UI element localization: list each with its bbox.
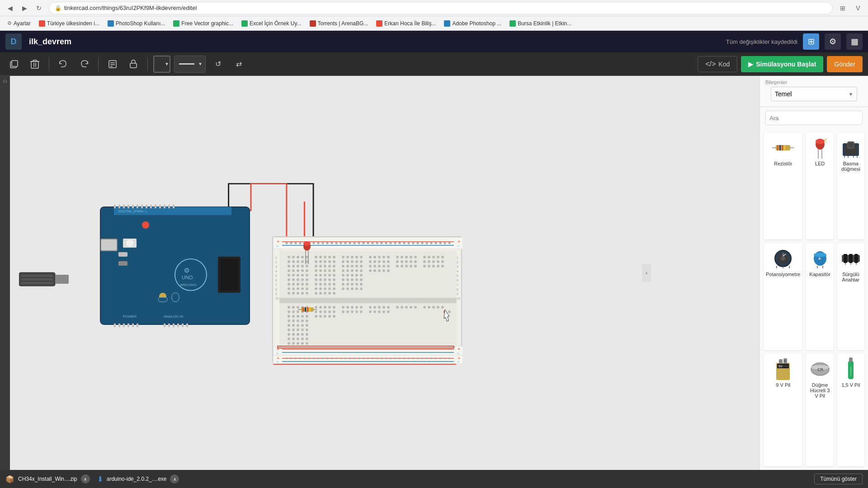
toolbar: ▼ ▼ ↺ ⇄ </> Kod ▶ Simülasyonu Başlat Gön… xyxy=(0,52,868,76)
reload-button[interactable]: ↻ xyxy=(33,2,45,14)
svg-point-396 xyxy=(306,329,308,331)
search-input[interactable] xyxy=(765,111,863,125)
svg-point-195 xyxy=(424,261,426,263)
code-view-btn[interactable]: ▦ xyxy=(846,33,863,50)
color-picker-button[interactable]: ▼ xyxy=(153,56,170,73)
svg-point-99 xyxy=(408,242,410,244)
forward-button[interactable]: ▶ xyxy=(18,2,31,14)
component-kapasitor[interactable]: + Kapasitör xyxy=(806,243,833,350)
svg-point-318 xyxy=(356,288,358,290)
component-9v-pil[interactable]: 9V - + 9 V Pil xyxy=(764,354,802,466)
extensions-button[interactable]: ⊞ xyxy=(836,2,849,14)
svg-point-443 xyxy=(304,357,306,359)
delete-button[interactable] xyxy=(26,56,43,73)
bookmark-erkan-hoca[interactable]: Erkan Hoca İle Biliş... xyxy=(373,19,439,28)
bookmark-label: Torrents | ArenaBG... xyxy=(318,20,368,27)
svg-point-260 xyxy=(288,292,290,295)
component-dugme-hucreli[interactable]: CR Düğme Hücreli 3 V Pil xyxy=(806,354,833,466)
svg-point-314 xyxy=(360,283,363,286)
svg-point-187 xyxy=(378,261,381,263)
svg-point-100 xyxy=(412,242,415,244)
settings-view-btn[interactable]: ⚙ xyxy=(825,33,841,50)
svg-point-365 xyxy=(356,311,358,313)
play-icon: ▶ xyxy=(748,61,753,68)
copy-button[interactable] xyxy=(5,56,23,73)
ch34x-expand[interactable]: ∧ xyxy=(81,474,90,483)
svg-point-205 xyxy=(315,265,317,267)
back-button[interactable]: ◀ xyxy=(4,2,16,14)
svg-point-303 xyxy=(356,274,358,277)
save-status: Tüm değişiklikler kaydedildi xyxy=(726,38,797,45)
tumunu-goster-button[interactable]: Tümünü göster xyxy=(814,474,863,484)
flip-button[interactable]: ⇄ xyxy=(230,56,247,73)
rezistor-icon-area xyxy=(772,136,794,159)
bookmark-ayarlar[interactable]: ⚙ Ayarlar xyxy=(4,19,34,28)
canvas-area[interactable]: DIGITAL (PWM~) ⊙ UNO ARDUINO xyxy=(10,76,760,470)
bookmark-excel[interactable]: Excel İçin Örnek Uy... xyxy=(238,19,305,28)
svg-point-268 xyxy=(329,292,331,295)
bookmark-torrents[interactable]: Torrents | ArenaBG... xyxy=(306,19,372,28)
svg-point-300 xyxy=(342,274,344,277)
adobe-icon xyxy=(444,20,450,27)
svg-text:-: - xyxy=(277,351,278,356)
redo-button[interactable] xyxy=(75,56,93,73)
gonder-button[interactable]: Gönder xyxy=(827,56,863,72)
profile-button[interactable]: V xyxy=(852,2,864,14)
sim-button[interactable]: ▶ Simülasyonu Başlat xyxy=(741,56,823,72)
note-button[interactable] xyxy=(104,56,121,73)
undo-button[interactable] xyxy=(55,56,72,73)
component-rezistor[interactable]: Rezistör xyxy=(764,132,802,239)
svg-point-80 xyxy=(322,242,324,244)
svg-point-271 xyxy=(347,265,349,267)
svg-point-341 xyxy=(387,306,390,309)
svg-point-202 xyxy=(297,265,299,267)
category-label: Bileşenler xyxy=(765,80,863,85)
component-view-btn[interactable]: ⊞ xyxy=(803,33,819,50)
dugme-icon-area: CR xyxy=(809,358,831,380)
lock-button[interactable] xyxy=(125,56,142,73)
breadboard[interactable]: + - + - xyxy=(272,236,462,363)
svg-point-186 xyxy=(374,261,376,263)
svg-point-233 xyxy=(302,279,304,281)
svg-point-373 xyxy=(292,315,295,318)
svg-point-214 xyxy=(306,270,308,272)
component-basma-dugmesi[interactable]: Basma düğmesi xyxy=(837,132,864,239)
svg-rect-483 xyxy=(784,145,785,150)
arduino-board[interactable]: DIGITAL (PWM~) ⊙ UNO ARDUINO xyxy=(91,202,254,329)
component-surgulu-anahtar[interactable]: Sürgülü Anahtar xyxy=(837,243,864,350)
bookmarks-bar: ⚙ Ayarlar Türkiye ülkesinden i... PhotoS… xyxy=(0,16,868,31)
svg-rect-61 xyxy=(118,261,127,266)
kod-button[interactable]: </> Kod xyxy=(698,56,737,72)
svg-text:3: 3 xyxy=(457,265,458,268)
svg-point-274 xyxy=(360,265,363,267)
svg-point-245 xyxy=(315,283,317,286)
address-bar[interactable]: 🔒 tinkercad.com/things/63ruI2PKf9M-ilkde… xyxy=(49,2,833,14)
svg-point-221 xyxy=(292,274,295,277)
svg-point-179 xyxy=(333,261,335,263)
svg-point-256 xyxy=(320,288,322,290)
svg-point-408 xyxy=(292,343,295,345)
bookmark-turkiye[interactable]: Türkiye ülkesinden i... xyxy=(35,19,103,28)
category-select[interactable]: Temel ▼ xyxy=(771,87,857,101)
component-1-5v-pil[interactable]: 1,5 V Pil xyxy=(837,354,864,466)
svg-point-393 xyxy=(292,329,295,331)
svg-point-167 xyxy=(433,256,435,258)
svg-line-490 xyxy=(825,139,826,141)
svg-point-81 xyxy=(326,242,329,244)
arduino-expand[interactable]: ∧ xyxy=(170,474,179,483)
svg-rect-421 xyxy=(307,307,308,312)
svg-point-336 xyxy=(360,306,363,309)
svg-point-191 xyxy=(401,261,403,263)
component-potansiyometre[interactable]: Potansiyometre xyxy=(764,243,802,350)
panel-collapse-arrow[interactable]: › xyxy=(642,264,651,282)
svg-rect-36 xyxy=(168,205,170,208)
svg-point-287 xyxy=(433,265,435,267)
component-led[interactable]: LED xyxy=(806,132,833,239)
line-style-button[interactable]: ▼ xyxy=(174,56,206,73)
bookmark-adobe[interactable]: Adobe Photoshop ... xyxy=(440,19,505,28)
bookmark-free-vector[interactable]: Free Vector graphic... xyxy=(170,19,237,28)
svg-point-84 xyxy=(340,242,342,244)
rotate-cw-button[interactable]: ↺ xyxy=(209,56,226,73)
bookmark-photoshop-kullanim[interactable]: PhotoShop Kullanı... xyxy=(104,19,169,28)
bookmark-bursa[interactable]: Bursa Etkinlik | Etkin... xyxy=(506,19,575,28)
